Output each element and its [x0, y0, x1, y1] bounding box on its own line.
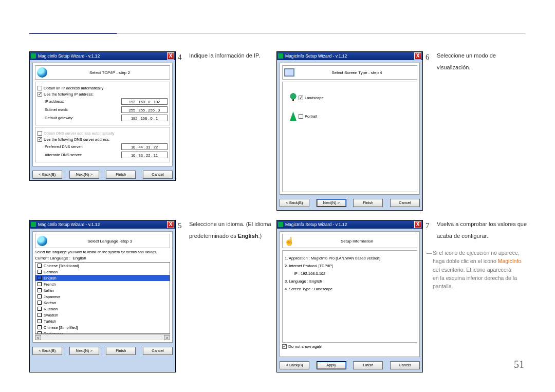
label-dontshow: Do not show again — [288, 344, 322, 349]
wizard-step4: MagicInfo Setup Wizard - v.1.12 X Select… — [276, 51, 423, 211]
caption-text: Seleccione un idioma. (El idioma — [189, 221, 271, 227]
label-portrait: Portrait — [305, 114, 317, 119]
language-option[interactable]: German — [35, 269, 170, 275]
caption-6: 6Seleccione un modo devisualización. — [425, 51, 496, 72]
input-mask[interactable]: 255 . 255 . 255 . 0 — [121, 106, 168, 113]
next-button[interactable]: Next(N) > — [69, 347, 99, 355]
caption-7: 7Vuelva a comprobar los valores queacaba… — [425, 220, 528, 240]
language-option[interactable]: English — [35, 275, 170, 281]
back-button[interactable]: < Back(B) — [280, 361, 309, 369]
label-dns-auto: Obtain DNS server address automatically — [44, 131, 115, 136]
summary-line: 4. Screen Type : Landscape — [285, 287, 415, 291]
language-option[interactable]: Korean — [35, 300, 170, 306]
label-ip: IP address: — [45, 99, 121, 104]
horizontal-scrollbar[interactable]: <> — [35, 334, 170, 340]
caption-text: Indique la información de IP. — [189, 52, 260, 59]
language-label: Russian — [44, 307, 58, 311]
step-number: 5 — [178, 220, 189, 232]
input-ip[interactable]: 192 . 168 . 0 . 102 — [121, 98, 168, 105]
language-option[interactable]: Chinese [Traditional] — [35, 263, 170, 269]
close-icon[interactable]: X — [167, 221, 174, 228]
label-dns2: Alternate DNS server: — [45, 153, 121, 157]
titlebar[interactable]: MagicInfo Setup Wizard - v.1.12 X — [277, 52, 422, 60]
step4-header: Select Screen Type - step 4 — [298, 70, 416, 75]
language-option[interactable]: Portuguese — [35, 330, 170, 334]
titlebar[interactable]: MagicInfo Setup Wizard - v.1.12 X — [277, 220, 422, 229]
step5-header: Setup Information — [298, 239, 416, 244]
language-option[interactable]: Russian — [35, 306, 170, 312]
window-title: MagicInfo Setup Wizard - v.1.12 — [38, 53, 174, 59]
step2-header: Select TCP/IP - step 2 — [51, 70, 169, 75]
finish-button[interactable]: Finish — [353, 199, 383, 207]
monitor-icon — [284, 68, 294, 77]
language-option[interactable]: Japanese — [35, 293, 170, 300]
next-button[interactable]: Next(N) > — [69, 171, 99, 179]
close-icon[interactable]: X — [414, 221, 421, 228]
finish-button[interactable]: Finish — [106, 347, 136, 355]
language-option[interactable]: Swedish — [35, 312, 170, 318]
language-list[interactable]: Chinese [Traditional]GermanEnglishFrench… — [35, 262, 170, 334]
language-label: English — [44, 276, 57, 281]
label-gateway: Default gateway: — [45, 116, 121, 120]
app-icon — [31, 222, 36, 227]
language-option[interactable]: Italian — [35, 287, 170, 293]
checkbox-checked[interactable] — [38, 92, 42, 97]
cancel-button[interactable]: Cancel — [143, 171, 173, 179]
back-button[interactable]: < Back(B) — [280, 199, 309, 207]
checkbox-unchecked[interactable] — [38, 86, 42, 90]
language-option[interactable]: Chinese [Simplified] — [35, 324, 170, 330]
language-label: Chinese [Traditional] — [44, 264, 79, 268]
square-icon — [38, 294, 42, 298]
step-number: 4 — [178, 51, 189, 63]
finish-button[interactable]: Finish — [106, 171, 136, 179]
back-button[interactable]: < Back(B) — [32, 171, 62, 179]
square-icon — [38, 282, 42, 286]
window-title: MagicInfo Setup Wizard - v.1.12 — [38, 222, 174, 227]
titlebar[interactable]: MagicInfo Setup Wizard - v.1.12 X — [30, 220, 175, 229]
finish-button[interactable]: Finish — [353, 361, 383, 369]
language-label: German — [44, 270, 58, 274]
language-label: Turkish — [44, 319, 56, 324]
scroll-left-icon[interactable]: < — [35, 335, 41, 340]
step-number: 7 — [425, 220, 437, 232]
square-icon — [38, 288, 42, 292]
label-auto-ip: Obtain an IP address automatically — [44, 86, 103, 90]
language-label: Swedish — [44, 313, 58, 318]
summary-line: IP : 192.168.0.102 — [285, 271, 415, 276]
language-label: Korean — [44, 301, 56, 305]
label-manual-ip: Use the following IP address: — [44, 92, 94, 97]
apply-button[interactable]: Apply — [317, 361, 346, 369]
language-label: Japanese — [44, 294, 61, 299]
square-icon — [38, 313, 42, 317]
language-option[interactable]: French — [35, 281, 170, 287]
input-gateway[interactable]: 192 . 168 . 0 . 1 — [121, 115, 168, 121]
caption-5: 5Seleccione un idioma. (El idiomapredete… — [178, 220, 273, 240]
language-option[interactable]: Turkish — [35, 318, 170, 324]
label-dns1: Preferred DNS server: — [45, 144, 121, 149]
cancel-button[interactable]: Cancel — [143, 347, 173, 355]
tree-icon — [290, 111, 297, 121]
checkbox-dontshow[interactable] — [282, 344, 287, 349]
magicinfo-link: MagicInfo — [498, 258, 522, 264]
step-number: 6 — [425, 51, 437, 63]
next-button[interactable]: Next(N) > — [317, 199, 346, 207]
checkbox-disabled — [38, 131, 42, 136]
checkbox-portrait[interactable] — [299, 114, 303, 119]
cancel-button[interactable]: Cancel — [390, 199, 420, 207]
footnote: ― Si el icono de ejecución no aparece, h… — [433, 249, 533, 290]
close-icon[interactable]: X — [167, 52, 174, 60]
input-dns1[interactable]: 10 . 44 . 33 . 22 — [121, 143, 168, 150]
cancel-button[interactable]: Cancel — [390, 361, 420, 369]
tree-icon — [290, 93, 297, 102]
back-button[interactable]: < Back(B) — [32, 347, 62, 355]
square-icon — [38, 301, 42, 305]
checkbox-checked[interactable] — [38, 137, 42, 142]
input-dns2[interactable]: 10 . 33 . 22 . 11 — [121, 152, 168, 158]
checkbox-landscape[interactable] — [299, 96, 303, 100]
close-icon[interactable]: X — [414, 52, 421, 60]
wizard-step2: MagicInfo Setup Wizard - v.1.12 X Select… — [29, 51, 176, 181]
titlebar[interactable]: MagicInfo Setup Wizard - v.1.12 X — [30, 52, 175, 60]
hand-cursor-icon: ☝ — [284, 235, 295, 247]
wizard-step5: MagicInfo Setup Wizard - v.1.12 X ☝Setup… — [276, 220, 423, 372]
scroll-right-icon[interactable]: > — [164, 335, 170, 340]
